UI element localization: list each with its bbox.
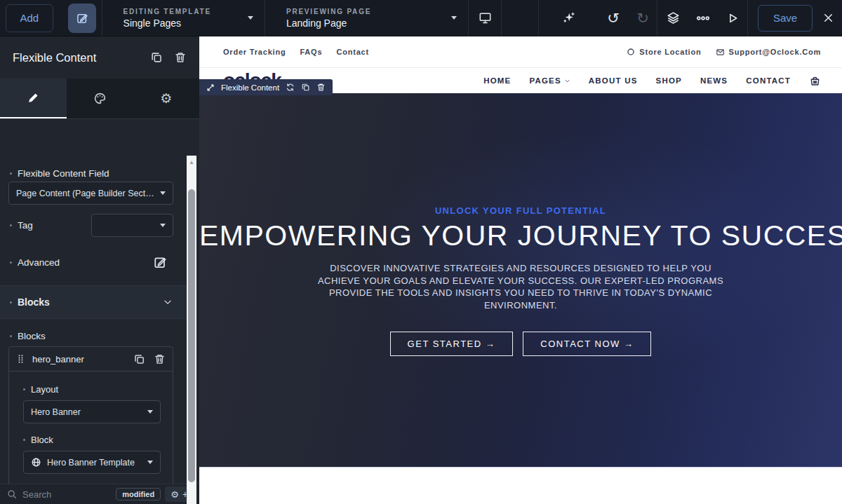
- block-card: hero_banner Layout: [8, 346, 173, 484]
- chevron-down-icon: [147, 461, 153, 464]
- block-row[interactable]: hero_banner: [9, 347, 173, 372]
- nav-item-news[interactable]: NEWS: [700, 76, 728, 85]
- refresh-icon: [286, 83, 295, 92]
- flexible-content-overlay-badge[interactable]: Flexible Content: [199, 79, 333, 95]
- sidebar-scrollbar[interactable]: ▲ ▼: [187, 156, 196, 504]
- close-icon: [822, 12, 834, 24]
- link-contact[interactable]: Contact: [336, 48, 369, 56]
- link-faqs[interactable]: FAQs: [300, 48, 322, 56]
- save-button[interactable]: Save: [758, 5, 813, 32]
- globe-icon: [31, 457, 41, 468]
- advanced-edit-button[interactable]: [153, 255, 167, 269]
- desktop-view-button[interactable]: [469, 0, 501, 36]
- chevron-down-icon: [160, 224, 166, 227]
- edit-square-icon: [76, 12, 88, 25]
- tag-row: Tag: [10, 214, 173, 237]
- advanced-row: Advanced: [10, 252, 167, 273]
- nav-item-home[interactable]: HOME: [483, 76, 511, 85]
- chevron-down-icon: [160, 191, 166, 195]
- hero-eyebrow: UNLOCK YOUR FULL POTENTIAL: [199, 205, 842, 216]
- link-order-tracking[interactable]: Order Tracking: [223, 48, 286, 56]
- gear-icon: ⚙: [171, 490, 179, 499]
- undo-button[interactable]: ↺: [598, 0, 629, 36]
- panel-title: Flexible Content: [13, 51, 96, 64]
- hero-body-text: DISCOVER INNOVATIVE STRATEGIES AND RESOU…: [310, 262, 731, 311]
- ellipsis-icon: [696, 11, 710, 25]
- search-input[interactable]: [22, 489, 116, 500]
- play-preview-button[interactable]: [718, 0, 747, 36]
- nav-item-contact[interactable]: CONTACT: [746, 76, 791, 85]
- scrollbar-thumb[interactable]: [188, 189, 195, 482]
- badge-delete-button[interactable]: [316, 83, 326, 92]
- flexible-content-field-select[interactable]: Page Content (Page Builder Secti...: [8, 182, 173, 205]
- cart-icon: [809, 75, 821, 87]
- cart-button[interactable]: [809, 75, 821, 87]
- ai-assistant-button[interactable]: [539, 0, 598, 36]
- delete-section-button[interactable]: [174, 51, 187, 64]
- move-diagonal-icon: [206, 83, 215, 92]
- duplicate-block-button[interactable]: [133, 353, 145, 365]
- copy-icon: [133, 353, 145, 365]
- toolbar-divider: [747, 0, 748, 36]
- block-field-label: Block: [23, 435, 159, 445]
- hero-heading: EMPOWERING YOUR JOURNEY TO SUCCESS: [199, 219, 842, 252]
- tag-select[interactable]: [91, 214, 173, 237]
- nav-item-pages[interactable]: PAGES: [529, 76, 570, 85]
- gear-icon: ⚙: [160, 92, 172, 105]
- previewing-page-dropdown[interactable]: PREVIEWING PAGE Landing Page: [265, 0, 468, 36]
- redo-button[interactable]: ↻: [629, 0, 657, 36]
- add-button[interactable]: Add: [6, 4, 53, 32]
- blocks-section-header[interactable]: Blocks: [0, 285, 187, 319]
- play-icon: [726, 12, 739, 25]
- get-started-button[interactable]: GET STARTED →: [390, 332, 514, 356]
- block-select[interactable]: Hero Banner Template: [23, 451, 161, 474]
- mail-icon: [716, 48, 725, 57]
- chevron-down-icon: [451, 16, 457, 20]
- edit-mode-button[interactable]: [68, 4, 96, 33]
- layout-select[interactable]: Hero Banner: [23, 400, 161, 423]
- hero-section: UNLOCK YOUR FULL POTENTIAL EMPOWERING YO…: [199, 93, 842, 468]
- support-email-link[interactable]: Support@Oclock.Com: [716, 48, 821, 57]
- chevron-down-icon: [248, 16, 253, 20]
- flexible-content-field-label: Flexible Content Field: [10, 168, 109, 179]
- chevron-down-icon: [147, 410, 153, 414]
- badge-duplicate-button[interactable]: [301, 83, 310, 92]
- edit-square-icon: [153, 255, 167, 269]
- ring-icon: [627, 48, 635, 56]
- badge-label: Flexible Content: [221, 83, 279, 92]
- flexible-content-field-value: Page Content (Page Builder Secti...: [16, 189, 154, 198]
- scroll-up-arrow[interactable]: ▲: [187, 157, 196, 167]
- editing-template-label: EDITING TEMPLATE: [123, 8, 248, 15]
- layers-icon: [667, 11, 680, 25]
- close-editor-button[interactable]: [814, 0, 842, 36]
- settings-sidebar: Flexible Content: [0, 36, 199, 504]
- monitor-icon: [479, 11, 492, 25]
- undo-icon: ↺: [607, 11, 620, 25]
- sidebar-header: Flexible Content: [0, 36, 199, 79]
- page-preview: Order Tracking FAQs Contact Store Locati…: [199, 36, 842, 504]
- store-location-link[interactable]: Store Location: [627, 48, 701, 56]
- layout-label: Layout: [23, 384, 159, 395]
- previewing-page-label: PREVIEWING PAGE: [286, 8, 451, 15]
- editor-toolbar: Add EDITING TEMPLATE Single Pages PREVIE…: [0, 0, 842, 36]
- modified-filter-badge[interactable]: modified: [116, 488, 161, 500]
- tab-content[interactable]: [0, 79, 67, 118]
- duplicate-section-button[interactable]: [150, 51, 163, 64]
- sidebar-bottom-bar: modified ⚙ +: [0, 484, 199, 504]
- more-options-button[interactable]: [688, 0, 718, 36]
- copy-icon: [150, 51, 163, 64]
- nav-item-shop[interactable]: SHOP: [656, 76, 682, 85]
- store-location-text: Store Location: [639, 48, 701, 56]
- drag-handle-icon[interactable]: [16, 354, 25, 364]
- hero-cta-row: GET STARTED → CONTACT NOW →: [199, 332, 842, 356]
- tab-design[interactable]: [67, 79, 133, 118]
- layers-button[interactable]: [657, 0, 688, 36]
- contact-now-button[interactable]: CONTACT NOW →: [523, 332, 651, 356]
- delete-block-button[interactable]: [154, 353, 166, 365]
- editing-template-dropdown[interactable]: EDITING TEMPLATE Single Pages: [102, 0, 265, 36]
- block-name: hero_banner: [32, 354, 84, 365]
- badge-sync-button[interactable]: [286, 83, 295, 92]
- tab-settings[interactable]: ⚙: [133, 79, 199, 118]
- blocks-list-label: Blocks: [10, 331, 46, 341]
- nav-item-about-us[interactable]: ABOUT US: [589, 76, 638, 85]
